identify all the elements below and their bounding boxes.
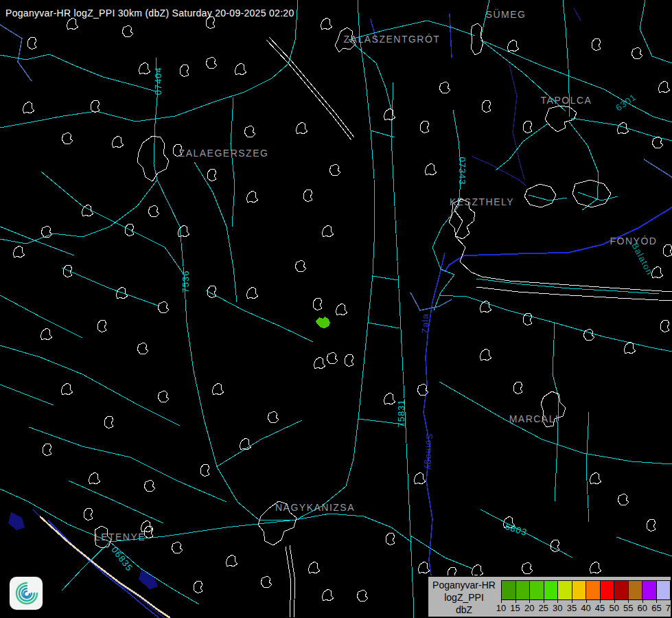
legend-tick-label: 50 <box>609 603 618 613</box>
water-label: Somogy <box>424 433 435 470</box>
legend-color-cell <box>628 580 643 600</box>
road-label: 07343 <box>457 157 467 185</box>
legend-color-cell <box>656 580 671 600</box>
legend-panel: Poganyvar-HR logZ_PPI dbZ 10152025303540… <box>427 575 672 618</box>
legend-color-cell <box>515 580 531 600</box>
city-label: MARCALI <box>509 413 559 424</box>
legend-tick-label: 70 <box>666 603 672 613</box>
legend-color-cell <box>501 580 516 600</box>
legend-color-cell <box>642 580 657 600</box>
city-label: SÜMEG <box>486 9 526 20</box>
water-label: Zala <box>420 313 430 333</box>
city-label: ZALASZENTGRÓT <box>344 34 441 45</box>
legend-tick-label: 20 <box>524 603 534 613</box>
city-label: ZALAEGERSZEG <box>179 148 269 159</box>
legend-text-block: Poganyvar-HR logZ_PPI dbZ <box>428 579 500 616</box>
legend-tick-label: 65 <box>651 603 661 613</box>
radar-map-canvas <box>0 0 672 618</box>
city-label: TAPOLCA <box>541 95 592 106</box>
radar-title: Poganyvar-HR logZ_PPI 30km (dbZ) Saturda… <box>5 8 294 19</box>
road-network <box>0 0 672 618</box>
spiral-icon <box>10 577 43 610</box>
legend-color-cell <box>614 580 629 600</box>
city-label: KESZTHELY <box>450 196 514 207</box>
legend-unit-label: dbZ <box>428 604 500 616</box>
legend-color-cell <box>600 580 615 600</box>
radar-echo <box>316 317 330 328</box>
legend-tick-label: 10 <box>496 603 506 613</box>
legend-tick-label: 15 <box>510 603 520 613</box>
legend-tick-label: 30 <box>553 603 562 613</box>
legend-color-scale <box>501 580 671 600</box>
settlement-outlines <box>13 16 672 618</box>
road-label: 07404 <box>153 67 163 95</box>
legend-tick-label: 60 <box>638 603 647 613</box>
legend-product-name: logZ_PPI <box>428 591 500 604</box>
legend-color-cell <box>557 580 572 600</box>
legend-color-cell <box>544 580 559 600</box>
legend-tick-label: 35 <box>567 603 577 613</box>
legend-tick-label: 25 <box>539 603 548 613</box>
legend-color-cell <box>586 580 601 600</box>
road-label: 7536 <box>181 271 191 293</box>
legend-tick-label: 45 <box>595 603 605 613</box>
legend-station-name: Poganyvar-HR <box>428 579 500 591</box>
legend-tick-label: 40 <box>581 603 590 613</box>
radar-screen: Poganyvar-HR logZ_PPI 30km (dbZ) Saturda… <box>0 0 672 618</box>
road-label: 75831 <box>396 399 406 427</box>
legend-color-cell <box>572 580 587 600</box>
legend-tick-label: 55 <box>623 603 633 613</box>
legend-tick-labels: 10152025303540455055606570 <box>501 600 671 615</box>
app-logo[interactable] <box>10 577 43 610</box>
legend-color-cell <box>529 580 544 600</box>
city-label: LETENYE <box>95 531 146 542</box>
city-label: NAGYKANIZSA <box>275 502 355 513</box>
